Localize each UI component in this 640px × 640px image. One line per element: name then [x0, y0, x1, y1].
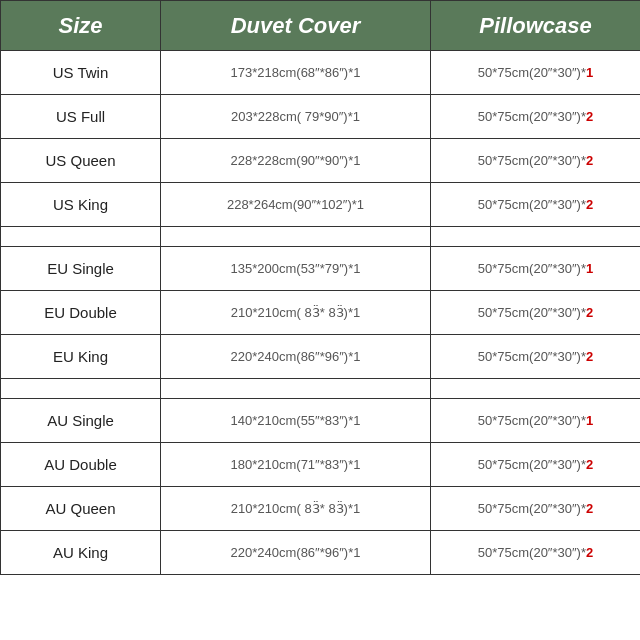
quantity-badge: 2 [586, 197, 593, 212]
duvet-cell: 210*210cm( 83̈* 83̈)*1 [161, 291, 431, 335]
duvet-cell: 135*200cm(53″*79″)*1 [161, 247, 431, 291]
size-cell: US Full [1, 95, 161, 139]
separator-cell [161, 227, 431, 247]
duvet-cell: 173*218cm(68″*86″)*1 [161, 51, 431, 95]
size-cell: EU Double [1, 291, 161, 335]
table-row: AU Single140*210cm(55″*83″)*150*75cm(20″… [1, 399, 641, 443]
table-row: US Full203*228cm( 79*90″)*150*75cm(20″*3… [1, 95, 641, 139]
duvet-cell: 203*228cm( 79*90″)*1 [161, 95, 431, 139]
size-cell: AU King [1, 531, 161, 575]
table-row: US Twin173*218cm(68″*86″)*150*75cm(20″*3… [1, 51, 641, 95]
quantity-badge: 2 [586, 109, 593, 124]
header-size: Size [1, 1, 161, 51]
quantity-badge: 2 [586, 305, 593, 320]
size-cell: US King [1, 183, 161, 227]
header-pillow: Pillowcase [431, 1, 641, 51]
size-cell: EU King [1, 335, 161, 379]
duvet-cell: 220*240cm(86″*96″)*1 [161, 531, 431, 575]
quantity-badge: 2 [586, 349, 593, 364]
table-row: AU Queen210*210cm( 83̈* 83̈)*150*75cm(20… [1, 487, 641, 531]
separator-cell [431, 227, 641, 247]
size-cell: AU Queen [1, 487, 161, 531]
pillow-cell: 50*75cm(20″*30″)*1 [431, 399, 641, 443]
table-row: AU King220*240cm(86″*96″)*150*75cm(20″*3… [1, 531, 641, 575]
quantity-badge: 2 [586, 153, 593, 168]
pillow-cell: 50*75cm(20″*30″)*2 [431, 443, 641, 487]
quantity-badge: 2 [586, 545, 593, 560]
pillow-cell: 50*75cm(20″*30″)*2 [431, 183, 641, 227]
pillow-cell: 50*75cm(20″*30″)*2 [431, 335, 641, 379]
separator-cell [161, 379, 431, 399]
quantity-badge: 2 [586, 501, 593, 516]
pillow-cell: 50*75cm(20″*30″)*1 [431, 247, 641, 291]
quantity-badge: 1 [586, 261, 593, 276]
table-row: US King228*264cm(90″*102″)*150*75cm(20″*… [1, 183, 641, 227]
table-row: EU Double210*210cm( 83̈* 83̈)*150*75cm(2… [1, 291, 641, 335]
separator-cell [431, 379, 641, 399]
duvet-cell: 220*240cm(86″*96″)*1 [161, 335, 431, 379]
table-row: EU King220*240cm(86″*96″)*150*75cm(20″*3… [1, 335, 641, 379]
duvet-cell: 210*210cm( 83̈* 83̈)*1 [161, 487, 431, 531]
duvet-cell: 140*210cm(55″*83″)*1 [161, 399, 431, 443]
duvet-cell: 228*264cm(90″*102″)*1 [161, 183, 431, 227]
table-row: AU Double180*210cm(71″*83″)*150*75cm(20″… [1, 443, 641, 487]
size-cell: EU Single [1, 247, 161, 291]
pillow-cell: 50*75cm(20″*30″)*2 [431, 95, 641, 139]
duvet-cell: 228*228cm(90″*90″)*1 [161, 139, 431, 183]
table-row: US Queen228*228cm(90″*90″)*150*75cm(20″*… [1, 139, 641, 183]
pillow-cell: 50*75cm(20″*30″)*2 [431, 291, 641, 335]
duvet-cell: 180*210cm(71″*83″)*1 [161, 443, 431, 487]
pillow-cell: 50*75cm(20″*30″)*2 [431, 487, 641, 531]
size-cell: AU Single [1, 399, 161, 443]
quantity-badge: 2 [586, 457, 593, 472]
table-row: EU Single135*200cm(53″*79″)*150*75cm(20″… [1, 247, 641, 291]
pillow-cell: 50*75cm(20″*30″)*1 [431, 51, 641, 95]
quantity-badge: 1 [586, 413, 593, 428]
pillow-cell: 50*75cm(20″*30″)*2 [431, 139, 641, 183]
size-cell: AU Double [1, 443, 161, 487]
header-duvet: Duvet Cover [161, 1, 431, 51]
quantity-badge: 1 [586, 65, 593, 80]
pillow-cell: 50*75cm(20″*30″)*2 [431, 531, 641, 575]
size-cell: US Queen [1, 139, 161, 183]
size-chart: Size Duvet Cover Pillowcase US Twin173*2… [0, 0, 640, 575]
separator-cell [1, 379, 161, 399]
size-cell: US Twin [1, 51, 161, 95]
separator-cell [1, 227, 161, 247]
